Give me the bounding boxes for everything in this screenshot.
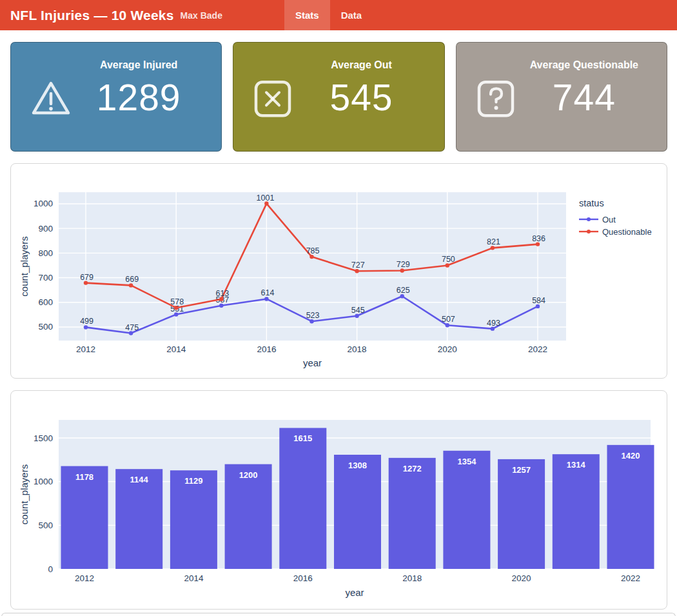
bar-2012[interactable]: 1178 [61,466,108,569]
y-axis-title: count_players [19,464,30,524]
line-chart-card: 5006007008009001000201220142016201820202… [10,163,667,379]
x-tick-label: 2014 [184,573,204,583]
clipped-card-top-edge [1,613,676,616]
data-label: 750 [442,255,455,264]
bar-label: 1129 [184,476,202,486]
bar[interactable] [334,455,381,569]
tab-data[interactable]: Data [330,0,373,30]
x-tick-label: 2018 [402,573,422,583]
y-tick-label: 1000 [34,477,53,486]
tab-stats[interactable]: Stats [284,0,330,30]
legend-marker [587,217,591,221]
x-tick-label: 2020 [438,344,457,354]
bar[interactable] [443,451,490,569]
data-label: 729 [397,260,410,269]
card-title: Average Out [279,59,444,71]
x-tick-label: 2018 [348,344,367,354]
app-title: NFL Injuries — 10 Weeks [10,8,174,23]
bar-2019[interactable]: 1354 [443,451,490,569]
data-label: 727 [351,261,365,270]
x-tick-label: 2020 [512,573,531,583]
bar-2015[interactable]: 1200 [225,464,272,569]
data-label: 625 [397,286,410,295]
y-tick-label: 600 [38,297,53,307]
bar-2021[interactable]: 1314 [553,454,600,569]
bar-2013[interactable]: 1144 [115,469,162,569]
legend-label: Questionable [602,227,652,237]
bar-2016[interactable]: 1615 [279,428,326,569]
y-tick-label: 500 [38,322,53,332]
bar-label: 1178 [75,472,93,482]
card-value: 744 [502,76,667,119]
card-average-questionable: Average Questionable 744 [456,42,667,152]
x-tick-label: 2016 [257,344,276,354]
card-title: Average Injured [56,59,221,71]
legend-marker [587,230,591,233]
legend-item-Questionable[interactable]: Questionable [579,227,652,237]
x-tick-label: 2012 [76,344,95,354]
bar-2017[interactable]: 1308 [334,455,381,569]
data-label: 669 [125,275,139,284]
y-tick-label: 500 [38,521,53,530]
card-average-out: Average Out 545 [233,42,444,152]
bar[interactable] [553,454,600,569]
nav-tabs: Stats Data [284,0,373,30]
data-label: 493 [487,319,500,328]
y-tick-label: 0 [48,564,53,574]
bar-2014[interactable]: 1129 [170,470,217,569]
data-label: 785 [306,246,320,255]
card-value: 1289 [56,76,221,119]
y-tick-label: 700 [38,273,53,283]
data-label: 614 [261,288,275,297]
x-tick-label: 2022 [621,573,640,583]
line-chart[interactable]: 5006007008009001000201220142016201820202… [11,164,667,378]
legend-item-Out[interactable]: Out [579,215,616,224]
data-label: 523 [306,311,320,320]
navbar: NFL Injuries — 10 Weeks Max Bade Stats D… [0,0,677,30]
x-square-icon [253,79,293,121]
data-label: 499 [80,317,93,326]
bar-label: 1144 [130,475,149,484]
data-label: 613 [215,289,229,298]
bar-label: 1615 [293,433,312,443]
data-label: 679 [80,273,93,282]
card-title: Average Questionable [502,59,667,71]
card-value: 545 [279,76,444,119]
bar-chart-card: 0500100015001178114411291200161513081272… [10,390,667,610]
x-tick-label: 2016 [293,573,313,583]
legend-label: Out [602,215,616,224]
data-label: 584 [532,296,545,305]
bar-label: 1420 [622,451,640,461]
legend: statusOutQuestionable [579,198,652,237]
x-axis-title: year [303,357,322,368]
bar-label: 1354 [457,457,476,466]
y-axis-title: count_players [19,236,30,296]
y-tick-label: 800 [38,248,53,258]
data-label: 545 [351,306,365,315]
data-label: 821 [487,237,500,246]
bar-2022[interactable]: 1420 [607,445,654,569]
bar[interactable] [279,428,326,569]
bar[interactable] [498,459,545,569]
data-label: 1001 [257,194,275,203]
warning-triangle-icon [30,79,72,121]
bar-label: 1308 [348,461,367,470]
bar-2020[interactable]: 1257 [498,459,545,569]
card-average-injured: Average Injured 1289 [10,42,222,152]
bar-label: 1257 [512,465,531,475]
y-tick-label: 900 [38,224,53,233]
data-label: 578 [170,297,184,306]
bar[interactable] [389,458,436,569]
x-tick-label: 2014 [166,344,186,354]
bar-2018[interactable]: 1272 [389,458,436,569]
bar-label: 1272 [403,464,422,473]
data-label: 836 [532,234,545,243]
bar[interactable] [607,445,654,569]
x-tick-label: 2012 [75,573,94,583]
data-label: 507 [442,315,455,324]
legend-title: status [579,198,604,208]
bar-chart[interactable]: 0500100015001178114411291200161513081272… [11,391,667,609]
bar[interactable] [225,464,272,569]
bar-label: 1314 [567,460,586,470]
app-subtitle: Max Bade [181,10,222,21]
